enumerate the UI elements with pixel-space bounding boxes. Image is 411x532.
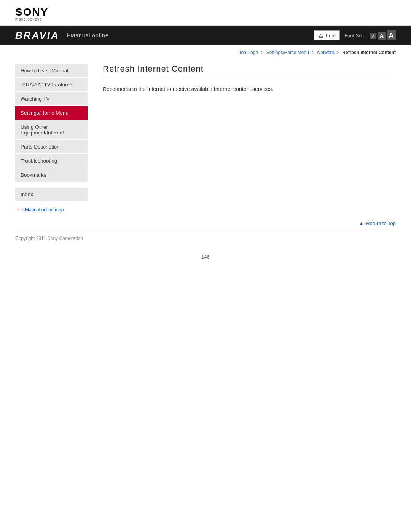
print-label: Print xyxy=(325,33,336,38)
footer: Copyright 2011 Sony Corporation xyxy=(0,230,411,246)
page-title: Refresh Internet Content xyxy=(103,64,396,78)
sidebar-item-bookmarks[interactable]: Bookmarks xyxy=(15,168,88,182)
font-small-button[interactable]: A xyxy=(370,33,376,39)
content-body: Reconnects to the Internet to receive av… xyxy=(103,85,396,93)
sidebar-item-bravia-tv-features[interactable]: "BRAVIA" TV Features xyxy=(15,78,88,91)
bravia-left: BRAVIA i-Manual online xyxy=(15,30,109,42)
sony-logo: SONY make.believe xyxy=(15,7,396,21)
arrow-right-icon: → xyxy=(15,207,20,212)
return-to-top-link[interactable]: ▲ Return to Top xyxy=(359,220,396,226)
return-top-label: Return to Top xyxy=(366,220,396,226)
breadcrumb-sep-2: > xyxy=(312,50,314,55)
sidebar-item-how-to-use[interactable]: How to Use i-Manual xyxy=(15,64,88,77)
print-icon: 🖨 xyxy=(318,32,323,38)
sidebar-item-index[interactable]: Index xyxy=(15,188,88,201)
triangle-up-icon: ▲ xyxy=(359,220,364,226)
bravia-logo: BRAVIA xyxy=(15,30,59,42)
sony-tagline: make.believe xyxy=(15,18,396,21)
print-button[interactable]: 🖨 Print xyxy=(314,30,340,40)
bravia-subtitle: i-Manual online xyxy=(67,32,109,38)
font-medium-button[interactable]: A xyxy=(378,32,386,40)
sidebar-item-troubleshooting[interactable]: Troubleshooting xyxy=(15,154,88,168)
font-size-label: Font Size xyxy=(344,33,365,38)
logo-bar: SONY make.believe xyxy=(0,0,411,26)
copyright: Copyright 2011 Sony Corporation xyxy=(15,236,83,241)
font-large-button[interactable]: A xyxy=(387,30,396,40)
main-container: How to Use i-Manual"BRAVIA" TV FeaturesW… xyxy=(0,58,411,212)
bravia-bar: BRAVIA i-Manual online 🖨 Print Font Size… xyxy=(0,26,411,45)
sidebar-map-link[interactable]: → i-Manual online map xyxy=(15,207,88,212)
sidebar-item-settings-home-menu[interactable]: Settings/Home Menu xyxy=(15,106,88,120)
font-size-controls: A A A xyxy=(370,30,396,40)
sidebar-map-label: i-Manual online map xyxy=(22,207,64,212)
sidebar-item-using-other[interactable]: Using Other Equipment/Internet xyxy=(15,120,88,139)
breadcrumb-top-page[interactable]: Top Page xyxy=(239,50,258,55)
breadcrumb: Top Page > Settings/Home Menu > Network … xyxy=(0,45,411,58)
return-top-bar: ▲ Return to Top xyxy=(0,212,411,230)
breadcrumb-current: Refresh Internet Content xyxy=(342,50,396,55)
sidebar: How to Use i-Manual"BRAVIA" TV FeaturesW… xyxy=(15,58,95,212)
sidebar-divider xyxy=(15,182,88,188)
page-number: 146 xyxy=(0,246,411,271)
breadcrumb-sep-3: > xyxy=(337,50,339,55)
sidebar-item-watching-tv[interactable]: Watching TV xyxy=(15,92,88,105)
sidebar-item-parts-description[interactable]: Parts Description xyxy=(15,140,88,153)
content-area: Refresh Internet Content Reconnects to t… xyxy=(95,58,396,212)
breadcrumb-settings[interactable]: Settings/Home Menu xyxy=(266,50,309,55)
sony-text: SONY xyxy=(15,7,396,18)
breadcrumb-network[interactable]: Network xyxy=(317,50,334,55)
breadcrumb-sep-1: > xyxy=(261,50,263,55)
bravia-controls: 🖨 Print Font Size A A A xyxy=(314,30,396,40)
